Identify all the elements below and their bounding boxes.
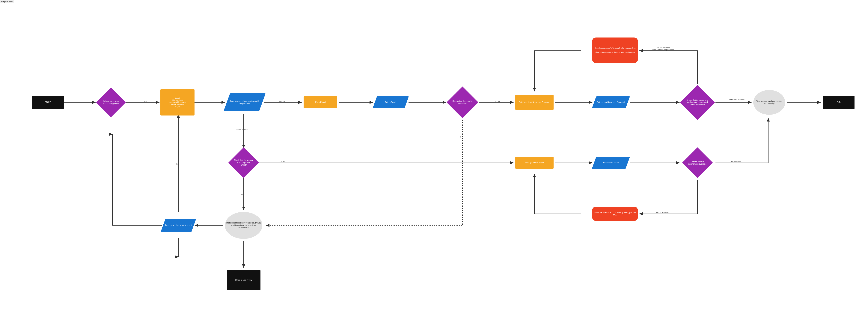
error-username-taken: Sorry, the username "..." is already tak… bbox=[592, 207, 638, 221]
edge-label: Google or Apple bbox=[236, 128, 248, 130]
decision-logged-in: Is there already an account logged in? bbox=[96, 88, 126, 117]
enters-username-password-input: Enters User Name and Password bbox=[592, 96, 630, 108]
success-node: Your account has been created successful… bbox=[753, 90, 785, 115]
edge-label: It is not available/ Does not meet Requi… bbox=[652, 47, 674, 51]
already-registered-prompt: That account is already registered. Do y… bbox=[225, 212, 262, 239]
decision-username-available: Checks that the username is available bbox=[682, 147, 713, 178]
error-username-password: Sorry, the username "..." is already tak… bbox=[592, 37, 638, 63]
signup-options: Logo / Sign Up Free / Continue with Goog… bbox=[160, 89, 194, 116]
decision-username-password: Checks that the username is available an… bbox=[680, 85, 715, 120]
decision-account-registered: Check that the account is not registered… bbox=[228, 147, 259, 178]
decision-email-in-use: Checks that the email is not in use bbox=[446, 86, 478, 118]
edge-label: Meets Requirements bbox=[729, 98, 745, 100]
edge-label: YES bbox=[176, 256, 180, 258]
enter-username: Enter your User Name bbox=[515, 157, 554, 169]
signs-up-input: Signs up manually or continues with Goog… bbox=[223, 93, 266, 111]
edge-label: NO bbox=[144, 100, 147, 103]
enter-username-password: Enter your User Name and Password bbox=[515, 95, 554, 110]
start-node: START bbox=[32, 96, 64, 109]
end-node: END bbox=[823, 96, 855, 109]
edge-label: It is not bbox=[495, 100, 500, 103]
enters-username-input: Enters User Name bbox=[592, 157, 630, 169]
edge-label: YES bbox=[109, 134, 113, 136]
flow-canvas: START Is there already an account logged… bbox=[0, 0, 868, 318]
edge-label: It is not bbox=[280, 161, 285, 163]
enter-email: Enter E-mail bbox=[304, 96, 337, 108]
edge-label: It is bbox=[241, 193, 243, 195]
decides-login-input: Decides whether to log in or not bbox=[161, 219, 196, 232]
edge-label: It is bbox=[460, 136, 461, 138]
direct-login-flow: Direct to Log In flow bbox=[227, 270, 260, 290]
enters-email-input: Enters E-mail bbox=[373, 96, 409, 108]
edge-label: It is not available bbox=[656, 211, 669, 213]
edge-label: NO bbox=[176, 163, 179, 165]
edge-label: It is available bbox=[731, 161, 741, 163]
edge-label: Manual bbox=[279, 100, 285, 103]
